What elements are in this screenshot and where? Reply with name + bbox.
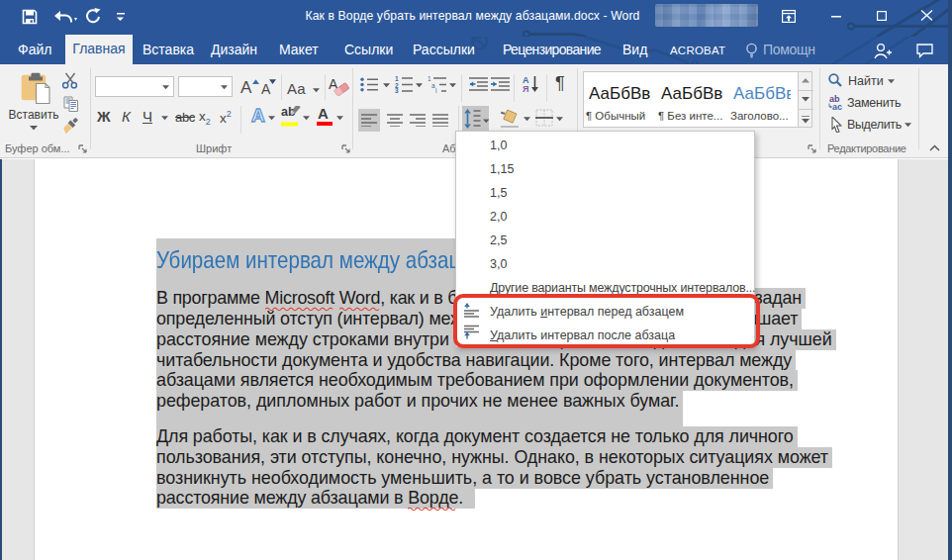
svg-text:i: i	[435, 87, 436, 93]
svg-text:Я: Я	[523, 84, 528, 93]
svg-text:ac: ac	[832, 102, 842, 111]
svg-text:3: 3	[395, 87, 399, 93]
